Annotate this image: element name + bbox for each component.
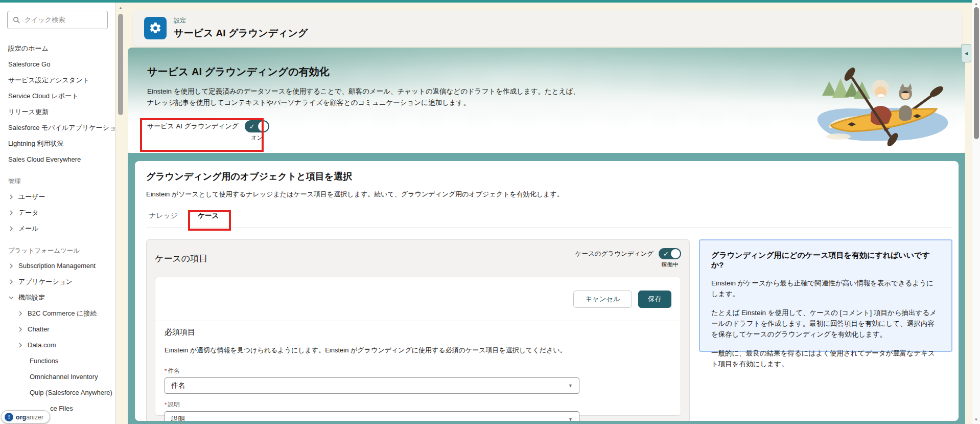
sidebar-item[interactable]: リリース更新 <box>0 104 115 120</box>
hero-banner: サービス AI グラウンディングの有効化 Einstein を使用して定義済みの… <box>128 48 965 153</box>
sidebar-item[interactable]: 設定のホーム <box>0 40 115 56</box>
check-icon: ✓ <box>663 251 669 257</box>
sidebar-item-label: Chatter <box>28 325 50 333</box>
hero-description: Einstein を使用して定義済みのデータソースを使用することで、顧客のメール… <box>147 86 582 108</box>
sidebar-item-label: Functions <box>30 357 58 365</box>
case-grounding-toggle[interactable]: ✓ <box>659 248 681 259</box>
sidebar-item-label: ユーザー <box>18 192 45 202</box>
sidebar-item[interactable]: ユーザー <box>0 189 115 205</box>
collapse-help-button[interactable]: ◀ <box>961 44 971 62</box>
sidebar-item-label: 設定のホーム <box>8 44 49 53</box>
service-ai-grounding-toggle[interactable]: ✓ <box>245 120 269 132</box>
description-field-value: 説明 <box>171 415 185 421</box>
sidebar-item[interactable]: サービス設定アシスタント <box>0 72 115 88</box>
setup-page: クイック検索 設定のホーム Salesforce Go サービス設定アシスタント <box>0 0 980 424</box>
case-grounding-toggle-state: 稼働中 <box>662 261 679 269</box>
sidebar-item[interactable]: Data.com <box>0 337 115 353</box>
sidebar-item-label: データ <box>18 208 39 217</box>
sidebar-item[interactable]: Sales Cloud Everywhere <box>0 151 115 167</box>
help-title: グラウンディング用にどのケース項目を有効にすればいいですか? <box>711 251 940 270</box>
sidebar-item[interactable]: Omnichannel Inventory <box>0 369 115 385</box>
required-marker: * <box>165 401 167 408</box>
tab-knowledge[interactable]: ナレッジ <box>149 211 177 220</box>
help-paragraph: Einstein がケースから最も正確で関連性が高い情報を表示できるようにします… <box>711 278 940 300</box>
dropdown-arrow-icon: ▼ <box>568 383 573 388</box>
object-tabs: ナレッジ ケース <box>146 211 952 228</box>
scroll-down-icon[interactable]: ▼ <box>972 417 980 422</box>
sidebar-item-label: B2C Commerce に接続 <box>28 309 97 318</box>
grounding-selection-card: グラウンディング用のオブジェクトと項目を選択 Einstein がソースとして使… <box>135 161 959 421</box>
toggle-knob <box>258 121 268 131</box>
required-fields-title: 必須項目 <box>165 327 671 337</box>
search-placeholder: クイック検索 <box>25 15 65 25</box>
dropdown-arrow-icon: ▼ <box>568 417 573 421</box>
sidebar-item[interactable]: メール <box>0 220 115 236</box>
sidebar-item[interactable]: Quip (Salesforce Anywhere) <box>0 385 115 400</box>
chevron-right-icon <box>17 310 24 317</box>
description-field-label: *説明 <box>165 401 671 409</box>
subject-field-value: 件名 <box>171 381 185 390</box>
search-input[interactable]: クイック検索 <box>7 11 108 29</box>
tab-case[interactable]: ケース <box>198 211 219 220</box>
toggle-knob <box>671 249 680 258</box>
setup-sidebar: クイック検索 設定のホーム Salesforce Go サービス設定アシスタント <box>0 3 115 424</box>
sidebar-scrollbar[interactable]: ▲ <box>116 3 125 424</box>
sidebar-item[interactable]: データ <box>0 205 115 220</box>
sidebar-item[interactable]: Service Cloud レポート <box>0 88 115 104</box>
organizer-label-bold: org <box>16 414 26 421</box>
required-marker: * <box>165 368 167 374</box>
sidebar-item[interactable]: 機能設定 <box>0 289 115 305</box>
setup-nav: 設定のホーム Salesforce Go サービス設定アシスタント Servic… <box>0 40 115 416</box>
sidebar-item-label: Service Cloud レポート <box>8 92 78 101</box>
lower-section: グラウンディング用のオブジェクトと項目を選択 Einstein がソースとして使… <box>128 153 965 424</box>
sidebar-item-label: Quip (Salesforce Anywhere) <box>30 389 112 396</box>
sidebar-item[interactable]: Subscription Management <box>0 258 115 274</box>
service-ai-toggle-state: オン <box>251 134 263 142</box>
sidebar-scrollbar-thumb[interactable] <box>118 14 123 115</box>
sidebar-item-label: Salesforce Go <box>8 60 50 68</box>
sidebar-item-label: 管理 <box>8 177 21 186</box>
sidebar-item[interactable]: B2C Commerce に接続 <box>0 305 115 321</box>
required-fields-description: Einstein が適切な情報を見つけられるようにします。Einstein がグ… <box>165 346 671 355</box>
organizer-label-rest: anizer <box>26 414 43 421</box>
browser-scrollbar-thumb[interactable] <box>974 7 979 139</box>
chevron-right-icon <box>8 263 14 269</box>
sidebar-item-label: ce Files <box>50 405 73 412</box>
subject-field-label: *件名 <box>165 367 671 375</box>
sidebar-item-label: プラットフォームツール <box>8 247 80 255</box>
browser-scrollbar[interactable]: ▲ ▼ <box>972 0 980 424</box>
page-title: サービス AI グラウンディング <box>174 27 308 40</box>
save-button[interactable]: 保存 <box>638 291 671 308</box>
chevron-right-icon <box>8 210 14 216</box>
page-header: 設定 サービス AI グラウンディング <box>133 10 962 47</box>
sidebar-item-label: アプリケーション <box>18 277 73 286</box>
case-fields-title: ケースの項目 <box>155 253 207 264</box>
sidebar-item-label: サービス設定アシスタント <box>8 76 89 85</box>
setup-gear-tile <box>144 17 167 39</box>
section-title: グラウンディング用のオブジェクトと項目を選択 <box>146 170 952 183</box>
sidebar-item[interactable]: アプリケーション <box>0 274 115 289</box>
scroll-up-icon[interactable]: ▲ <box>972 0 980 6</box>
scroll-up-icon[interactable]: ▲ <box>116 3 125 10</box>
sidebar-item-label: メール <box>18 224 39 233</box>
help-paragraph: たとえば Einstein を使用して、ケースの [コメント] 項目から抽出する… <box>711 308 940 340</box>
sidebar-item-label: 機能設定 <box>18 293 45 302</box>
sidebar-item[interactable]: Chatter <box>0 321 115 337</box>
sidebar-item[interactable]: Salesforce モバイルアプリケーション <box>0 120 115 136</box>
sidebar-item-label: Salesforce モバイルアプリケーション <box>8 123 115 132</box>
sidebar-item: プラットフォームツール <box>0 243 115 258</box>
subject-field-combobox[interactable]: 件名 ▼ <box>165 377 579 394</box>
organizer-extension-badge[interactable]: ! organizer <box>1 410 50 423</box>
sidebar-item[interactable]: Functions <box>0 353 115 369</box>
cancel-button[interactable]: キャンセル <box>573 291 632 308</box>
help-info-box: グラウンディング用にどのケース項目を有効にすればいいですか? Einstein … <box>699 239 952 352</box>
description-field-combobox[interactable]: 説明 ▼ <box>165 411 579 421</box>
search-icon <box>13 16 20 24</box>
organizer-cloud-icon: ! <box>5 413 13 421</box>
help-paragraph: 一般的に、最良の結果を得るにはよく使用されてデータが豊富なテキスト項目を有効にし… <box>711 348 940 370</box>
case-fields-card: ケースの項目 ケースのグラウンディング ✓ 稼働中 <box>146 239 690 421</box>
help-paragraphs: Einstein がケースから最も正確で関連性が高い情報を表示できるようにします… <box>711 278 940 369</box>
chevron-right-icon <box>8 226 14 232</box>
sidebar-item[interactable]: Salesforce Go <box>0 56 115 72</box>
sidebar-item[interactable]: Lightning 利用状況 <box>0 136 115 151</box>
